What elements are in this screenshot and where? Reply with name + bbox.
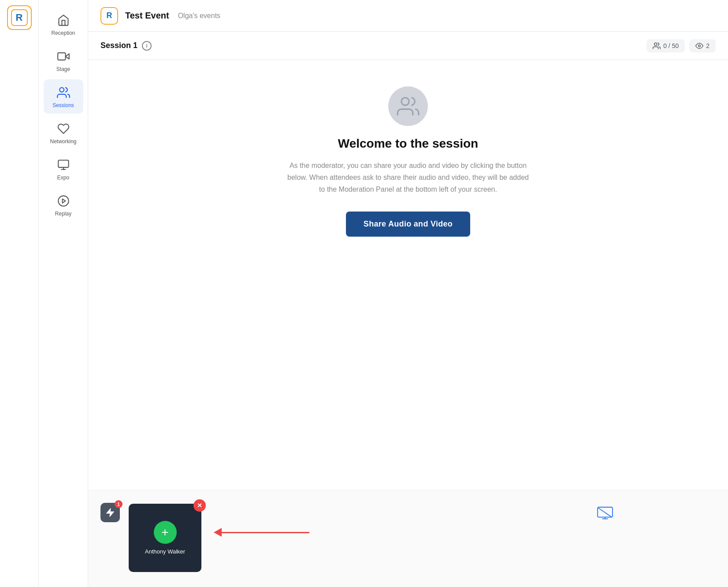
sidebar-item-label-expo: Expo: [57, 175, 69, 181]
arrow-head: [214, 528, 222, 537]
welcome-title: Welcome to the session: [338, 137, 478, 151]
svg-point-9: [698, 45, 701, 47]
sidebar-item-label-stage: Stage: [56, 66, 70, 72]
welcome-avatar: [388, 86, 428, 126]
sidebar-item-label-sessions: Sessions: [52, 102, 74, 108]
svg-marker-0: [65, 54, 69, 59]
svg-marker-7: [62, 199, 65, 203]
participant-name: Anthony Walker: [145, 548, 185, 555]
session-title: Session 1 i: [100, 41, 152, 51]
arrow-line: [221, 532, 309, 533]
notification-wrap: 1: [100, 503, 120, 522]
plus-icon: +: [161, 525, 168, 539]
viewers-badge: 2: [689, 39, 716, 52]
session-title-text: Session 1: [100, 41, 137, 50]
svg-point-2: [59, 88, 64, 92]
attendees-icon: [653, 42, 661, 50]
participant-card: ✕ + Anthony Walker: [129, 504, 201, 572]
top-header: R Test Event Olga's events: [88, 0, 728, 32]
attendees-count: 0 / 50: [663, 42, 679, 49]
participant-remove-button[interactable]: ✕: [193, 499, 206, 512]
sidebar-item-sessions[interactable]: Sessions: [44, 79, 83, 114]
main-content: R Test Event Olga's events Session 1 i 0…: [88, 0, 728, 587]
svg-point-6: [58, 196, 68, 206]
header-breadcrumb: Olga's events: [178, 12, 220, 20]
app-logo-letter: R: [11, 9, 28, 26]
svg-rect-1: [58, 53, 66, 60]
sidebar-item-label-reception: Reception: [51, 30, 75, 36]
svg-line-15: [598, 508, 612, 517]
info-icon[interactable]: i: [142, 41, 152, 51]
home-icon: [56, 12, 71, 28]
svg-rect-3: [58, 160, 68, 167]
sidebar-item-expo[interactable]: Expo: [44, 152, 83, 186]
screen-share-icon[interactable]: [597, 506, 613, 522]
sidebar-item-networking[interactable]: Networking: [44, 115, 83, 150]
session-stats: 0 / 50 2: [646, 39, 716, 52]
bottom-area: 1 ✕ + Anthony Walker: [88, 490, 728, 587]
welcome-area: Welcome to the session As the moderator,…: [88, 60, 728, 490]
header-logo-letter: R: [107, 11, 112, 20]
header-logo: R: [100, 7, 118, 25]
sidebar-item-stage[interactable]: Stage: [44, 43, 83, 78]
svg-point-10: [401, 98, 409, 105]
viewers-count: 2: [706, 42, 709, 49]
sidebar-item-label-networking: Networking: [50, 138, 76, 145]
networking-icon: [56, 121, 71, 137]
share-audio-video-button[interactable]: Share Audio and Video: [346, 212, 470, 237]
header-event-name: Test Event: [125, 11, 169, 21]
attendees-badge: 0 / 50: [646, 39, 685, 52]
sessions-icon: [56, 85, 71, 100]
svg-point-8: [654, 43, 657, 45]
app-icon-strip: R: [0, 0, 39, 587]
sidebar-item-label-replay: Replay: [55, 211, 71, 217]
welcome-description: As the moderator, you can share your aud…: [285, 160, 531, 196]
notification-badge: 1: [115, 500, 123, 508]
stage-icon: [56, 48, 71, 64]
sidebar: Reception Stage Sessions Network: [39, 0, 88, 587]
sidebar-item-reception[interactable]: Reception: [44, 7, 83, 41]
expo-icon: [56, 157, 71, 173]
viewers-icon: [695, 42, 703, 50]
app-logo[interactable]: R: [7, 5, 32, 30]
svg-marker-11: [107, 509, 114, 516]
participant-add-button[interactable]: +: [154, 521, 177, 544]
arrow-indicator: [214, 528, 309, 537]
replay-icon: [56, 193, 71, 209]
session-bar: Session 1 i 0 / 50 2: [88, 32, 728, 60]
sidebar-item-replay[interactable]: Replay: [44, 188, 83, 222]
